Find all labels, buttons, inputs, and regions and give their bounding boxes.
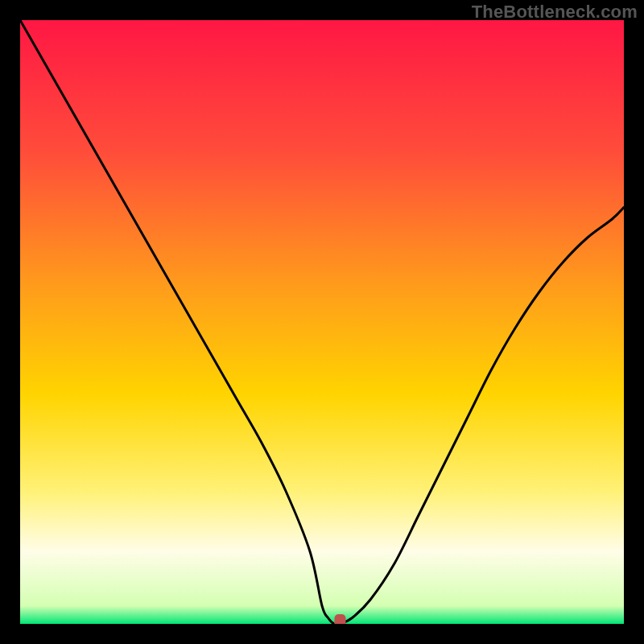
bottleneck-chart [20,20,624,624]
chart-frame: TheBottleneck.com [0,0,644,644]
optimum-marker [335,614,346,624]
plot-background [20,20,624,624]
